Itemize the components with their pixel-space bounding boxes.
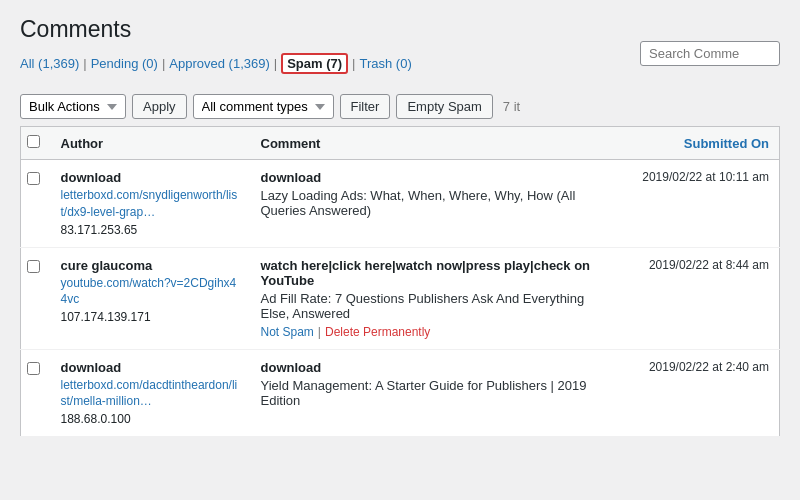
comment-title: download	[261, 360, 610, 375]
check-all-column	[21, 127, 51, 160]
col-header-author: Author	[51, 127, 251, 160]
author-name: download	[61, 360, 241, 375]
submitted-date: 2019/02/22 at 2:40 am	[620, 349, 780, 437]
row-checkbox[interactable]	[27, 362, 40, 375]
table-row: download letterboxd.com/snydligenworth/l…	[21, 160, 780, 248]
comment-text: Yield Management: A Starter Guide for Pu…	[261, 378, 610, 408]
comment-title: download	[261, 170, 610, 185]
comment-title: watch here|click here|watch now|press pl…	[261, 258, 610, 288]
comment-types-select[interactable]: All comment types	[193, 94, 334, 119]
check-all-checkbox[interactable]	[27, 135, 40, 148]
author-ip: 188.68.0.100	[61, 412, 241, 426]
comment-text: Lazy Loading Ads: What, When, Where, Why…	[261, 188, 610, 218]
author-cell: cure glaucoma youtube.com/watch?v=2CDgih…	[51, 247, 251, 349]
submitted-date: 2019/02/22 at 10:11 am	[620, 160, 780, 248]
filter-tabs: All (1,369) | Pending (0) | Approved (1,…	[20, 53, 412, 74]
author-link[interactable]: youtube.com/watch?v=2CDgihx44vc	[61, 275, 241, 309]
col-header-submitted[interactable]: Submitted On	[620, 127, 780, 160]
comment-cell: download Yield Management: A Starter Gui…	[251, 349, 620, 437]
row-checkbox[interactable]	[27, 172, 40, 185]
tab-spam-active[interactable]: Spam (7)	[281, 53, 348, 74]
row-checkbox-cell	[21, 349, 51, 437]
table-row: cure glaucoma youtube.com/watch?v=2CDgih…	[21, 247, 780, 349]
author-ip: 107.174.139.171	[61, 310, 241, 324]
comment-text: Ad Fill Rate: 7 Questions Publishers Ask…	[261, 291, 610, 321]
delete-permanently-link[interactable]: Delete Permanently	[325, 325, 430, 339]
tab-all[interactable]: All (1,369)	[20, 56, 79, 71]
tab-approved[interactable]: Approved (1,369)	[169, 56, 269, 71]
empty-spam-button[interactable]: Empty Spam	[396, 94, 492, 119]
col-header-comment: Comment	[251, 127, 620, 160]
tab-trash[interactable]: Trash (0)	[359, 56, 411, 71]
submitted-sort-link[interactable]: Submitted On	[684, 136, 769, 151]
comment-cell: watch here|click here|watch now|press pl…	[251, 247, 620, 349]
author-cell: download letterboxd.com/snydligenworth/l…	[51, 160, 251, 248]
author-link[interactable]: letterboxd.com/dacdtintheardon/list/mell…	[61, 377, 241, 411]
row-checkbox-cell	[21, 160, 51, 248]
submitted-date: 2019/02/22 at 8:44 am	[620, 247, 780, 349]
filter-button[interactable]: Filter	[340, 94, 391, 119]
tablenav: Bulk Actions Apply All comment types Fil…	[20, 88, 520, 125]
not-spam-link[interactable]: Not Spam	[261, 325, 314, 339]
bulk-actions-select[interactable]: Bulk Actions	[20, 94, 126, 119]
row-checkbox-cell	[21, 247, 51, 349]
author-ip: 83.171.253.65	[61, 223, 241, 237]
tab-pending[interactable]: Pending (0)	[91, 56, 158, 71]
author-link[interactable]: letterboxd.com/snydligenworth/list/dx9-l…	[61, 187, 241, 221]
search-box	[640, 41, 780, 66]
row-checkbox[interactable]	[27, 260, 40, 273]
apply-button[interactable]: Apply	[132, 94, 187, 119]
search-input[interactable]	[640, 41, 780, 66]
comment-cell: download Lazy Loading Ads: What, When, W…	[251, 160, 620, 248]
count-display: 7 it	[503, 99, 520, 114]
author-name: download	[61, 170, 241, 185]
comment-actions: Not Spam | Delete Permanently	[261, 325, 610, 339]
page-title: Comments	[20, 16, 780, 43]
comments-table: Author Comment Submitted On download let…	[20, 126, 780, 437]
table-row: download letterboxd.com/dacdtintheardon/…	[21, 349, 780, 437]
author-name: cure glaucoma	[61, 258, 241, 273]
author-cell: download letterboxd.com/dacdtintheardon/…	[51, 349, 251, 437]
